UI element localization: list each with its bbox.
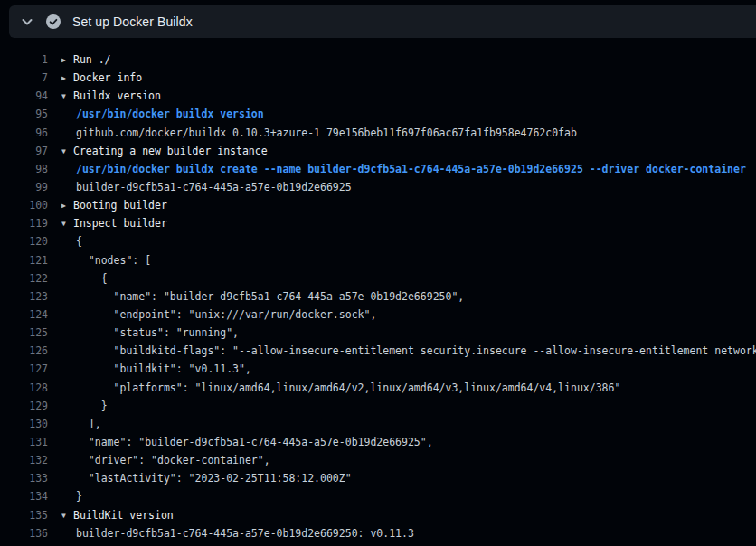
line-number[interactable]: 128 — [0, 379, 48, 397]
line-body: "buildkit": "v0.11.3", — [61, 360, 756, 378]
line-number[interactable]: 133 — [0, 469, 48, 487]
line-number[interactable]: 7 — [0, 69, 48, 87]
log-line: 125 "status": "running", — [0, 324, 756, 342]
line-text[interactable]: Inspect builder — [73, 217, 167, 230]
line-number[interactable]: 136 — [0, 524, 48, 542]
triangle-right-icon[interactable]: ▶ — [61, 70, 73, 87]
line-number[interactable]: 120 — [0, 232, 48, 250]
log-lines: 1 ▶Run ./ 7 ▶Docker info 94 ▼Buildx vers… — [0, 38, 756, 546]
line-body: builder-d9cfb5a1-c764-445a-a57e-0b19d2e6… — [61, 178, 756, 196]
log-line: 126 "buildkitd-flags": "--allow-insecure… — [0, 342, 756, 360]
line-number[interactable]: 124 — [0, 306, 48, 324]
line-text: "lastActivity": "2023-02-25T11:58:12.000… — [76, 472, 352, 485]
line-number[interactable]: 135 — [0, 506, 48, 524]
line-number[interactable]: 95 — [0, 105, 48, 123]
log-line: 120 { — [0, 232, 756, 250]
line-number[interactable]: 127 — [0, 360, 48, 378]
line-text: { — [76, 272, 108, 285]
log-line: 133 "lastActivity": "2023-02-25T11:58:12… — [0, 469, 756, 487]
line-number[interactable]: 94 — [0, 87, 48, 105]
line-text: /usr/bin/docker buildx version — [76, 108, 264, 120]
line-body: "endpoint": "unix:///var/run/docker.sock… — [61, 306, 756, 324]
line-body: "platforms": "linux/amd64,linux/amd64/v2… — [61, 379, 756, 397]
line-text[interactable]: Run ./ — [73, 53, 111, 66]
log-line: 123 "name": "builder-d9cfb5a1-c764-445a-… — [0, 287, 756, 306]
line-body: /usr/bin/docker buildx version — [61, 105, 756, 123]
line-text: "platforms": "linux/amd64,linux/amd64/v2… — [76, 381, 620, 394]
log-line: 128 "platforms": "linux/amd64,linux/amd6… — [0, 379, 756, 397]
line-number[interactable]: 122 — [0, 269, 48, 287]
triangle-down-icon[interactable]: ▼ — [61, 507, 73, 524]
line-number[interactable]: 119 — [0, 214, 48, 232]
line-text[interactable]: Buildx version — [73, 89, 161, 102]
line-text: "endpoint": "unix:///var/run/docker.sock… — [76, 308, 376, 321]
chevron-down-icon[interactable] — [20, 14, 34, 29]
log-line: 134 } — [0, 487, 756, 505]
line-number[interactable]: 131 — [0, 433, 48, 451]
log-line: 130 ], — [0, 415, 756, 433]
line-text: "buildkit": "v0.11.3", — [76, 362, 251, 375]
line-body: } — [61, 487, 756, 505]
line-body: ▶Docker info — [61, 69, 756, 87]
line-number[interactable]: 100 — [0, 196, 48, 214]
line-number[interactable]: 99 — [0, 178, 48, 196]
line-body: github.com/docker/buildx 0.10.3+azure-1 … — [61, 124, 756, 142]
line-body: "lastActivity": "2023-02-25T11:58:12.000… — [61, 469, 756, 487]
step-header[interactable]: Set up Docker Buildx — [9, 5, 756, 38]
line-number[interactable]: 96 — [0, 124, 48, 142]
line-number[interactable]: 97 — [0, 142, 48, 160]
line-text[interactable]: BuildKit version — [73, 509, 174, 522]
line-text[interactable]: Creating a new builder instance — [73, 145, 268, 157]
log-line: 7 ▶Docker info — [0, 69, 756, 87]
log-line: 132 "driver": "docker-container", — [0, 451, 756, 469]
log-line: 94 ▼Buildx version — [0, 87, 756, 105]
triangle-right-icon[interactable]: ▶ — [61, 197, 73, 214]
line-text: /usr/bin/docker buildx create --name bui… — [76, 163, 746, 175]
line-body: /usr/bin/docker buildx create --name bui… — [61, 160, 756, 178]
line-text[interactable]: Booting builder — [73, 199, 167, 212]
line-number[interactable]: 126 — [0, 342, 48, 360]
line-text: builder-d9cfb5a1-c764-445a-a57e-0b19d2e6… — [76, 527, 414, 540]
line-text: ], — [76, 418, 101, 430]
line-body: "status": "running", — [61, 324, 756, 342]
line-body: { — [61, 232, 756, 250]
line-text: "driver": "docker-container", — [76, 454, 270, 466]
log-line: 98 /usr/bin/docker buildx create --name … — [0, 160, 756, 178]
triangle-down-icon[interactable]: ▼ — [61, 88, 73, 105]
triangle-down-icon[interactable]: ▼ — [61, 215, 73, 232]
line-text: } — [76, 490, 82, 503]
line-body: ▼Buildx version — [61, 87, 756, 105]
line-text: } — [76, 400, 108, 412]
line-text: github.com/docker/buildx 0.10.3+azure-1 … — [76, 127, 577, 139]
triangle-right-icon[interactable]: ▶ — [61, 52, 73, 69]
line-number[interactable]: 125 — [0, 324, 48, 342]
log-line: 129 } — [0, 397, 756, 415]
line-body: ▶Run ./ — [61, 51, 756, 69]
log-line: 95 /usr/bin/docker buildx version — [0, 105, 756, 123]
log-line: 135 ▼BuildKit version — [0, 506, 756, 524]
line-number[interactable]: 134 — [0, 487, 48, 505]
check-circle-icon — [46, 14, 61, 29]
log-line: 99 builder-d9cfb5a1-c764-445a-a57e-0b19d… — [0, 178, 756, 196]
line-body: "name": "builder-d9cfb5a1-c764-445a-a57e… — [61, 287, 756, 306]
log-line: 124 "endpoint": "unix:///var/run/docker.… — [0, 306, 756, 324]
line-number[interactable]: 132 — [0, 451, 48, 469]
line-body: builder-d9cfb5a1-c764-445a-a57e-0b19d2e6… — [61, 524, 756, 542]
line-text: builder-d9cfb5a1-c764-445a-a57e-0b19d2e6… — [76, 181, 352, 193]
line-number[interactable]: 121 — [0, 251, 48, 269]
line-text: "status": "running", — [76, 326, 239, 339]
line-number[interactable]: 98 — [0, 160, 48, 178]
log-line: 97 ▼Creating a new builder instance — [0, 142, 756, 160]
line-number[interactable]: 130 — [0, 415, 48, 433]
log-line: 131 "name": "builder-d9cfb5a1-c764-445a-… — [0, 433, 756, 451]
line-number[interactable]: 123 — [0, 287, 48, 306]
line-body: ▼BuildKit version — [61, 506, 756, 524]
line-number[interactable]: 1 — [0, 51, 48, 69]
triangle-down-icon[interactable]: ▼ — [61, 143, 73, 160]
line-text: "nodes": [ — [76, 254, 151, 267]
line-number[interactable]: 129 — [0, 397, 48, 415]
line-body: "nodes": [ — [61, 251, 756, 269]
line-text[interactable]: Docker info — [73, 71, 142, 84]
log-line: 119 ▼Inspect builder — [0, 214, 756, 232]
log-line: 127 "buildkit": "v0.11.3", — [0, 360, 756, 378]
